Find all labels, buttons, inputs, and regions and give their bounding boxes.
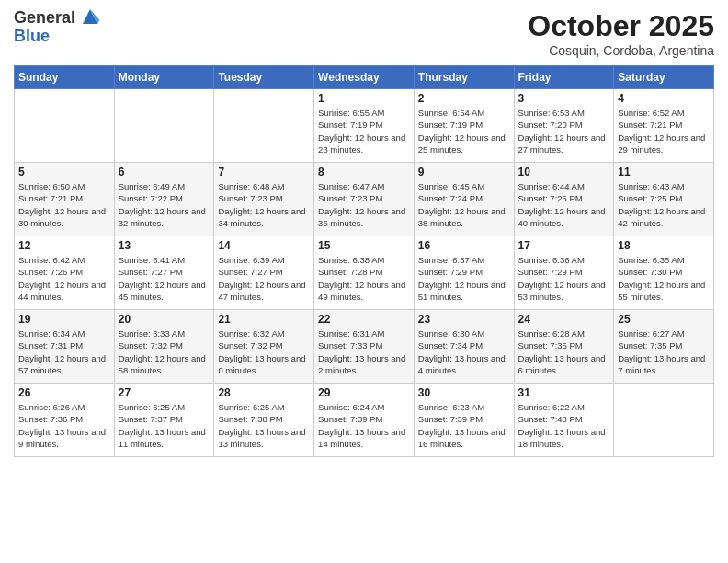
day-number: 1 [318,92,410,105]
header: General Blue October 2025 Cosquin, Cordo… [14,9,714,58]
calendar-cell: 7Sunrise: 6:48 AM Sunset: 7:23 PM Daylig… [214,163,314,236]
month-title: October 2025 [528,9,714,43]
calendar-cell: 8Sunrise: 6:47 AM Sunset: 7:23 PM Daylig… [314,163,415,236]
header-monday: Monday [114,66,214,89]
day-info: Sunrise: 6:31 AM Sunset: 7:33 PM Dayligh… [318,327,410,376]
day-info: Sunrise: 6:25 AM Sunset: 7:37 PM Dayligh… [119,401,210,450]
calendar-cell: 21Sunrise: 6:32 AM Sunset: 7:32 PM Dayli… [214,310,314,384]
day-number: 22 [318,313,410,326]
day-number: 8 [318,166,410,178]
page: General Blue October 2025 Cosquin, Cordo… [0,0,728,563]
title-area: October 2025 Cosquin, Cordoba, Argentina [528,9,714,58]
day-number: 11 [618,166,710,178]
day-info: Sunrise: 6:30 AM Sunset: 7:34 PM Dayligh… [418,327,510,376]
calendar-cell: 17Sunrise: 6:36 AM Sunset: 7:29 PM Dayli… [514,236,614,310]
day-number: 24 [518,313,610,326]
day-number: 6 [119,166,210,178]
calendar-cell: 5Sunrise: 6:50 AM Sunset: 7:21 PM Daylig… [15,163,115,236]
day-info: Sunrise: 6:52 AM Sunset: 7:21 PM Dayligh… [618,107,710,155]
calendar-cell: 9Sunrise: 6:45 AM Sunset: 7:24 PM Daylig… [414,163,514,236]
day-number: 4 [618,92,710,105]
calendar-cell: 2Sunrise: 6:54 AM Sunset: 7:19 PM Daylig… [414,89,514,163]
calendar-cell: 23Sunrise: 6:30 AM Sunset: 7:34 PM Dayli… [414,310,514,384]
day-number: 5 [18,166,110,178]
calendar-cell: 14Sunrise: 6:39 AM Sunset: 7:27 PM Dayli… [214,236,314,310]
header-tuesday: Tuesday [214,66,314,89]
calendar-cell: 12Sunrise: 6:42 AM Sunset: 7:26 PM Dayli… [15,236,115,310]
logo-icon [79,6,101,28]
day-info: Sunrise: 6:41 AM Sunset: 7:27 PM Dayligh… [119,254,210,303]
day-number: 19 [18,313,110,326]
day-info: Sunrise: 6:43 AM Sunset: 7:25 PM Dayligh… [618,180,710,229]
day-info: Sunrise: 6:24 AM Sunset: 7:39 PM Dayligh… [318,401,410,450]
day-number: 15 [318,239,410,252]
calendar-cell [114,89,214,163]
day-number: 23 [418,313,510,326]
day-number: 12 [18,239,110,252]
header-thursday: Thursday [414,66,514,89]
calendar-week-row-3: 19Sunrise: 6:34 AM Sunset: 7:31 PM Dayli… [15,310,714,384]
day-number: 20 [119,313,210,326]
day-number: 2 [418,92,510,105]
subtitle: Cosquin, Cordoba, Argentina [528,43,714,58]
calendar-cell [214,89,314,163]
calendar-cell: 28Sunrise: 6:25 AM Sunset: 7:38 PM Dayli… [214,384,314,457]
calendar-cell: 24Sunrise: 6:28 AM Sunset: 7:35 PM Dayli… [514,310,614,384]
day-info: Sunrise: 6:47 AM Sunset: 7:23 PM Dayligh… [318,180,410,229]
calendar-cell: 4Sunrise: 6:52 AM Sunset: 7:21 PM Daylig… [614,89,714,163]
day-number: 17 [518,239,610,252]
calendar-cell: 15Sunrise: 6:38 AM Sunset: 7:28 PM Dayli… [314,236,415,310]
calendar-cell: 18Sunrise: 6:35 AM Sunset: 7:30 PM Dayli… [614,236,714,310]
calendar-cell: 3Sunrise: 6:53 AM Sunset: 7:20 PM Daylig… [514,89,614,163]
day-number: 29 [318,386,410,399]
header-saturday: Saturday [614,66,714,89]
day-number: 25 [618,313,710,326]
calendar-cell: 10Sunrise: 6:44 AM Sunset: 7:25 PM Dayli… [514,163,614,236]
logo-general: General [14,9,75,28]
day-info: Sunrise: 6:49 AM Sunset: 7:22 PM Dayligh… [119,180,210,229]
calendar-cell [15,89,115,163]
calendar-cell: 16Sunrise: 6:37 AM Sunset: 7:29 PM Dayli… [414,236,514,310]
day-number: 9 [418,166,510,178]
day-number: 21 [218,313,310,326]
calendar-header-row: Sunday Monday Tuesday Wednesday Thursday… [15,66,714,89]
calendar-cell [614,384,714,457]
day-number: 16 [418,239,510,252]
day-info: Sunrise: 6:35 AM Sunset: 7:30 PM Dayligh… [618,254,710,303]
logo: General Blue [14,9,101,46]
day-info: Sunrise: 6:45 AM Sunset: 7:24 PM Dayligh… [418,180,510,229]
calendar-week-row-1: 5Sunrise: 6:50 AM Sunset: 7:21 PM Daylig… [15,163,714,236]
day-info: Sunrise: 6:36 AM Sunset: 7:29 PM Dayligh… [518,254,610,303]
day-info: Sunrise: 6:34 AM Sunset: 7:31 PM Dayligh… [18,327,110,376]
calendar-week-row-0: 1Sunrise: 6:55 AM Sunset: 7:19 PM Daylig… [15,89,714,163]
calendar-cell: 19Sunrise: 6:34 AM Sunset: 7:31 PM Dayli… [15,310,115,384]
calendar: Sunday Monday Tuesday Wednesday Thursday… [14,65,714,457]
day-number: 10 [518,166,610,178]
day-info: Sunrise: 6:44 AM Sunset: 7:25 PM Dayligh… [518,180,610,229]
logo-blue: Blue [14,28,101,46]
day-number: 18 [618,239,710,252]
day-info: Sunrise: 6:28 AM Sunset: 7:35 PM Dayligh… [518,327,610,376]
day-info: Sunrise: 6:32 AM Sunset: 7:32 PM Dayligh… [218,327,310,376]
day-info: Sunrise: 6:38 AM Sunset: 7:28 PM Dayligh… [318,254,410,303]
calendar-cell: 22Sunrise: 6:31 AM Sunset: 7:33 PM Dayli… [314,310,415,384]
day-number: 26 [18,386,110,399]
calendar-cell: 31Sunrise: 6:22 AM Sunset: 7:40 PM Dayli… [514,384,614,457]
day-number: 28 [218,386,310,399]
calendar-cell: 13Sunrise: 6:41 AM Sunset: 7:27 PM Dayli… [114,236,214,310]
day-info: Sunrise: 6:27 AM Sunset: 7:35 PM Dayligh… [618,327,710,376]
day-number: 31 [518,386,610,399]
header-sunday: Sunday [15,66,115,89]
day-info: Sunrise: 6:23 AM Sunset: 7:39 PM Dayligh… [418,401,510,450]
calendar-cell: 30Sunrise: 6:23 AM Sunset: 7:39 PM Dayli… [414,384,514,457]
calendar-cell: 27Sunrise: 6:25 AM Sunset: 7:37 PM Dayli… [114,384,214,457]
day-info: Sunrise: 6:50 AM Sunset: 7:21 PM Dayligh… [18,180,110,229]
day-info: Sunrise: 6:55 AM Sunset: 7:19 PM Dayligh… [318,107,410,155]
day-info: Sunrise: 6:39 AM Sunset: 7:27 PM Dayligh… [218,254,310,303]
calendar-cell: 6Sunrise: 6:49 AM Sunset: 7:22 PM Daylig… [114,163,214,236]
calendar-cell: 1Sunrise: 6:55 AM Sunset: 7:19 PM Daylig… [314,89,415,163]
header-wednesday: Wednesday [314,66,415,89]
day-number: 27 [119,386,210,399]
day-info: Sunrise: 6:53 AM Sunset: 7:20 PM Dayligh… [518,107,610,155]
day-number: 3 [518,92,610,105]
